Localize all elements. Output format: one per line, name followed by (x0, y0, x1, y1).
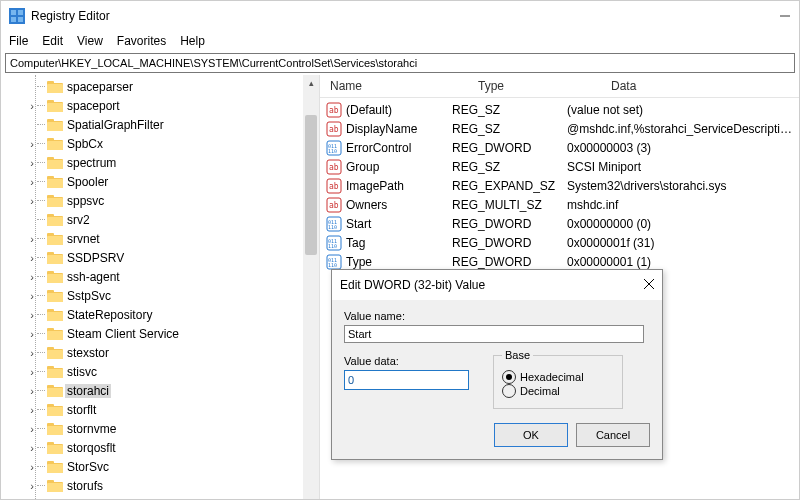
expand-icon[interactable]: › (27, 405, 37, 415)
folder-icon (47, 460, 63, 473)
folder-icon (47, 384, 63, 397)
column-header-type[interactable]: Type (468, 79, 601, 93)
tree-item[interactable]: ›sppsvc (27, 191, 319, 210)
value-row[interactable]: 011110TagREG_DWORD0x0000001f (31) (320, 233, 799, 252)
expand-icon[interactable]: › (27, 158, 37, 168)
value-row[interactable]: ab(Default)REG_SZ(value not set) (320, 100, 799, 119)
scroll-thumb[interactable] (305, 115, 317, 255)
value-type: REG_EXPAND_SZ (452, 179, 567, 193)
tree-item-label: StorSvc (65, 460, 111, 474)
tree-item[interactable]: ›SSDPSRV (27, 248, 319, 267)
scroll-up-icon[interactable]: ▴ (303, 75, 319, 91)
expand-icon[interactable]: › (27, 234, 37, 244)
expand-icon[interactable]: › (27, 139, 37, 149)
expand-icon[interactable]: › (27, 481, 37, 491)
tree-item[interactable]: ›stisvc (27, 362, 319, 381)
tree-item[interactable]: ›SpbCx (27, 134, 319, 153)
tree-item[interactable]: ›storvsc (27, 495, 319, 500)
value-data-label: Value data: (344, 355, 469, 367)
expand-icon[interactable]: › (27, 386, 37, 396)
expand-icon[interactable]: › (27, 348, 37, 358)
menu-favorites[interactable]: Favorites (117, 34, 166, 48)
value-row[interactable]: abGroupREG_SZSCSI Miniport (320, 157, 799, 176)
tree-item[interactable]: ›StorSvc (27, 457, 319, 476)
tree-item[interactable]: ›srvnet (27, 229, 319, 248)
svg-rect-8 (47, 84, 63, 93)
tree-item-label: Steam Client Service (65, 327, 181, 341)
value-data: SCSI Miniport (567, 160, 799, 174)
folder-icon (47, 479, 63, 492)
menu-help[interactable]: Help (180, 34, 205, 48)
value-row[interactable]: abDisplayNameREG_SZ@mshdc.inf,%storahci_… (320, 119, 799, 138)
value-data-field[interactable] (344, 370, 469, 390)
tree-item-label: storflt (65, 403, 98, 417)
dialog-close-button[interactable] (644, 278, 654, 292)
value-data: 0x00000003 (3) (567, 141, 799, 155)
folder-icon (47, 270, 63, 283)
tree-item[interactable]: ›storahci (27, 381, 319, 400)
menu-view[interactable]: View (77, 34, 103, 48)
radio-decimal[interactable]: Decimal (502, 382, 614, 400)
value-data: System32\drivers\storahci.sys (567, 179, 799, 193)
address-bar[interactable]: Computer\HKEY_LOCAL_MACHINE\SYSTEM\Curre… (5, 53, 795, 73)
expand-icon[interactable]: › (27, 177, 37, 187)
tree-item[interactable]: ›spectrum (27, 153, 319, 172)
svg-rect-11 (47, 103, 63, 112)
tree-item[interactable]: srv2 (27, 210, 319, 229)
column-header-data[interactable]: Data (601, 79, 799, 93)
svg-rect-44 (47, 312, 63, 321)
tree-item[interactable]: ›Spooler (27, 172, 319, 191)
expand-icon[interactable]: › (27, 291, 37, 301)
value-name-label: Value name: (344, 310, 650, 322)
binary-value-icon: 011110 (326, 254, 342, 270)
tree-item[interactable]: ›ssh-agent (27, 267, 319, 286)
tree-item[interactable]: ›stornvme (27, 419, 319, 438)
menu-file[interactable]: File (9, 34, 28, 48)
expand-icon[interactable]: › (27, 367, 37, 377)
tree-item[interactable]: ›Steam Client Service (27, 324, 319, 343)
tree-item[interactable]: ›storflt (27, 400, 319, 419)
value-name: ErrorControl (346, 141, 452, 155)
minimize-button[interactable] (779, 10, 791, 22)
value-row[interactable]: 011110ErrorControlREG_DWORD0x00000003 (3… (320, 138, 799, 157)
folder-icon (47, 289, 63, 302)
value-row[interactable]: abImagePathREG_EXPAND_SZSystem32\drivers… (320, 176, 799, 195)
value-row[interactable]: 011110StartREG_DWORD0x00000000 (0) (320, 214, 799, 233)
tree-scrollbar[interactable]: ▴ (303, 75, 319, 500)
tree-item[interactable]: ›spaceport (27, 96, 319, 115)
expand-icon[interactable]: › (27, 101, 37, 111)
tree-item-label: srv2 (65, 213, 92, 227)
value-data: 0x0000001f (31) (567, 236, 799, 250)
expand-icon[interactable]: › (27, 272, 37, 282)
tree-item[interactable]: ›storufs (27, 476, 319, 495)
tree-item[interactable]: spaceparser (27, 77, 319, 96)
expand-icon[interactable]: › (27, 253, 37, 263)
expand-icon[interactable]: › (27, 310, 37, 320)
base-group-label: Base (502, 349, 533, 361)
expand-icon[interactable]: › (27, 462, 37, 472)
svg-text:ab: ab (329, 125, 339, 134)
expand-icon[interactable]: › (27, 329, 37, 339)
tree-item[interactable]: SpatialGraphFilter (27, 115, 319, 134)
svg-text:ab: ab (329, 163, 339, 172)
svg-rect-20 (47, 160, 63, 169)
tree-item[interactable]: ›storqosflt (27, 438, 319, 457)
svg-rect-62 (47, 426, 63, 435)
tree-item[interactable]: ›stexstor (27, 343, 319, 362)
tree-item[interactable]: ›StateRepository (27, 305, 319, 324)
svg-text:110: 110 (328, 224, 337, 230)
expand-icon[interactable]: › (27, 443, 37, 453)
tree-item[interactable]: ›SstpSvc (27, 286, 319, 305)
cancel-button[interactable]: Cancel (576, 423, 650, 447)
tree-item-label: srvnet (65, 232, 102, 246)
svg-text:ab: ab (329, 106, 339, 115)
ok-button[interactable]: OK (494, 423, 568, 447)
expand-icon[interactable]: › (27, 196, 37, 206)
menu-edit[interactable]: Edit (42, 34, 63, 48)
value-name: Group (346, 160, 452, 174)
expand-icon[interactable]: › (27, 424, 37, 434)
string-value-icon: ab (326, 178, 342, 194)
value-row[interactable]: abOwnersREG_MULTI_SZmshdc.inf (320, 195, 799, 214)
string-value-icon: ab (326, 121, 342, 137)
column-header-name[interactable]: Name (320, 79, 468, 93)
